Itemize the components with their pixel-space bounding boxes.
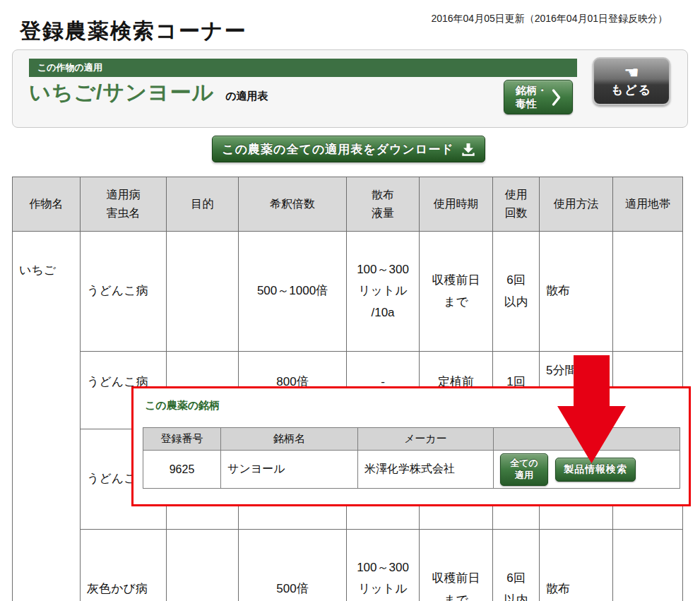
brand-toxicity-button[interactable]: 銘柄・ 毒性: [504, 80, 573, 114]
update-note: 2016年04月05日更新（2016年04月01日登録反映分）: [431, 13, 668, 25]
download-all-applications-button[interactable]: この農薬の全ての適用表をダウンロード: [212, 136, 485, 162]
cell-application-zone: [613, 530, 683, 601]
cell-pest: うどんこ病: [81, 232, 167, 352]
col-header-use-count: 使用 回数: [493, 177, 540, 232]
header-row: 作物名 適用病 害虫名 目的 希釈倍数 散布 液量 使用時期 使用 回数 使用方…: [13, 177, 683, 232]
cell-use-count: 6回 以内: [493, 530, 540, 601]
cell-registration-no: 9625: [143, 451, 221, 489]
crop-title-line: いちご/サンヨール の適用表: [29, 78, 268, 107]
brand-toxicity-label: 銘柄・ 毒性: [516, 84, 547, 111]
cell-spray-volume: 100～300 リットル /10a: [347, 530, 420, 601]
col-header-purpose: 目的: [167, 177, 239, 232]
col-header-registration-no: 登録番号: [143, 428, 221, 451]
table-row: いちご うどんこ病 500～1000倍 100～300 リットル /10a 収穫…: [13, 232, 683, 352]
cell-dilution: 500～1000倍: [239, 232, 347, 352]
cell-use-method: 散布: [540, 530, 613, 601]
cell-purpose: [167, 232, 239, 352]
cell-pest: 灰色かび病: [81, 530, 167, 601]
cell-dilution: 500倍: [239, 530, 347, 601]
cell-use-period: 収穫前日 まで: [420, 232, 493, 352]
cell-application-zone: [613, 232, 683, 352]
page-title: 登録農薬検索コーナー: [20, 17, 247, 46]
col-header-pest-name: 適用病 害虫名: [81, 177, 167, 232]
col-header-crop-name: 作物名: [13, 177, 81, 232]
col-header-brand-name: 銘柄名: [221, 428, 358, 451]
table-row: 灰色かび病 500倍 100～300 リットル /10a 収穫前日 まで 6回 …: [13, 530, 683, 601]
col-header-maker: メーカー: [358, 428, 494, 451]
crop-title-suffix: の適用表: [225, 90, 268, 103]
big-red-arrow-down: [557, 355, 626, 463]
col-header-dilution: 希釈倍数: [239, 177, 347, 232]
cell-purpose: [167, 530, 239, 601]
page: 登録農薬検索コーナー 2016年04月05日更新（2016年04月01日登録反映…: [0, 0, 700, 601]
cell-brand-name: サンヨール: [221, 451, 358, 489]
brand-popup-heading: この農薬の銘柄: [145, 399, 220, 412]
col-header-application-zone: 適用地帯: [613, 177, 683, 232]
cell-use-method: 散布: [540, 232, 613, 352]
col-header-use-method: 使用方法: [540, 177, 613, 232]
crop-scope-label: この作物の適用: [29, 59, 577, 77]
chevron-right-icon: [552, 88, 561, 107]
download-button-label: この農薬の全ての適用表をダウンロード: [222, 141, 453, 157]
cell-maker: 米澤化学株式会社: [358, 451, 494, 489]
cell-crop-name: いちご: [13, 232, 81, 601]
col-header-use-period: 使用時期: [420, 177, 493, 232]
crop-product-title: いちご/サンヨール: [29, 78, 214, 107]
hand-pointing-left-icon: ☚: [624, 64, 639, 81]
back-button-label: もどる: [611, 82, 652, 98]
cell-use-count: 6回 以内: [493, 232, 540, 352]
cell-spray-volume: 100～300 リットル /10a: [347, 232, 420, 352]
download-icon: [461, 143, 475, 156]
back-button[interactable]: ☚ もどる: [593, 57, 670, 105]
col-header-spray-volume: 散布 液量: [347, 177, 420, 232]
crop-application-banner: この作物の適用 いちご/サンヨール の適用表 銘柄・ 毒性 ☚ もどる: [12, 49, 688, 128]
all-applications-button[interactable]: 全ての 適用: [500, 453, 548, 486]
crop-scope-bar: この作物の適用: [29, 59, 577, 77]
cell-use-period: 収穫前日 まで: [420, 530, 493, 601]
